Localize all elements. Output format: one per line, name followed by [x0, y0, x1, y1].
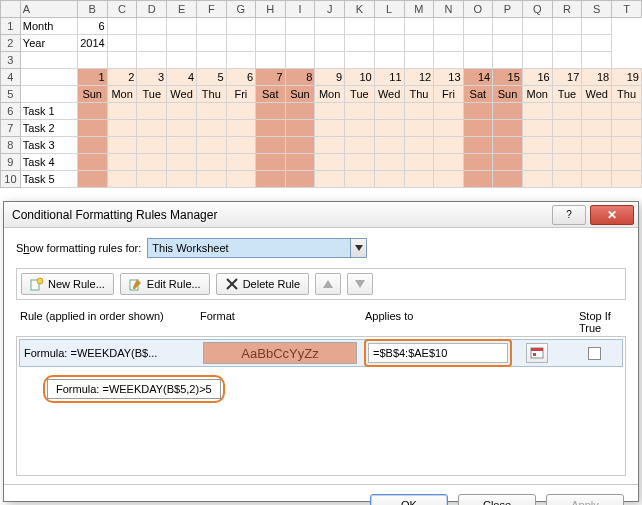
cell[interactable]	[582, 137, 612, 154]
cell[interactable]: Month	[20, 18, 77, 35]
row-header[interactable]: 1	[1, 18, 21, 35]
cell[interactable]	[552, 120, 582, 137]
row-header[interactable]: 10	[1, 171, 21, 188]
cell[interactable]: Tue	[345, 86, 375, 103]
cell[interactable]	[522, 154, 552, 171]
cell[interactable]: Fri	[226, 86, 255, 103]
cell[interactable]	[197, 137, 227, 154]
cell[interactable]: Sat	[463, 86, 493, 103]
cell[interactable]: Fri	[434, 86, 463, 103]
cell[interactable]	[522, 137, 552, 154]
cell[interactable]: 18	[582, 69, 612, 86]
cell[interactable]	[107, 103, 137, 120]
cell[interactable]	[522, 103, 552, 120]
cell[interactable]: 11	[374, 69, 404, 86]
row-header[interactable]: 7	[1, 120, 21, 137]
row-header[interactable]: 9	[1, 154, 21, 171]
col-header[interactable]: P	[493, 1, 523, 18]
chevron-down-icon[interactable]	[350, 239, 366, 257]
cell[interactable]	[167, 120, 197, 137]
row-header[interactable]: 4	[1, 69, 21, 86]
cell[interactable]	[285, 171, 315, 188]
cell[interactable]	[137, 154, 167, 171]
cell[interactable]	[434, 154, 463, 171]
cell[interactable]: 8	[285, 69, 315, 86]
cell[interactable]: Task 1	[20, 103, 77, 120]
cell[interactable]: 7	[256, 69, 286, 86]
cell[interactable]	[167, 103, 197, 120]
cell[interactable]	[137, 103, 167, 120]
cell[interactable]	[582, 103, 612, 120]
col-header[interactable]: Q	[522, 1, 552, 18]
col-header[interactable]: H	[256, 1, 286, 18]
cell[interactable]	[226, 171, 255, 188]
col-header[interactable]: E	[167, 1, 197, 18]
scope-combo[interactable]: This Worksheet	[147, 238, 367, 258]
cell[interactable]	[552, 137, 582, 154]
close-button[interactable]: Close	[458, 494, 536, 506]
col-header[interactable]: N	[434, 1, 463, 18]
cell[interactable]: 16	[522, 69, 552, 86]
cell[interactable]	[137, 120, 167, 137]
cell[interactable]: Sun	[285, 86, 315, 103]
cell[interactable]	[77, 171, 107, 188]
cell[interactable]: Sun	[493, 86, 523, 103]
cell[interactable]	[197, 171, 227, 188]
cell[interactable]: 6	[226, 69, 255, 86]
cell[interactable]: Task 3	[20, 137, 77, 154]
cell[interactable]	[522, 120, 552, 137]
col-header[interactable]: B	[77, 1, 107, 18]
cell[interactable]	[256, 103, 286, 120]
rules-list[interactable]: Formula: =WEEKDAY(B$... AaBbCcYyZz =$B$4…	[16, 336, 626, 476]
cell[interactable]	[582, 171, 612, 188]
cell[interactable]: Task 5	[20, 171, 77, 188]
cell[interactable]	[612, 154, 642, 171]
cell[interactable]	[345, 137, 375, 154]
cell[interactable]	[107, 120, 137, 137]
col-header[interactable]: K	[345, 1, 375, 18]
cell[interactable]: Wed	[374, 86, 404, 103]
cell[interactable]	[493, 171, 523, 188]
cell[interactable]: 2	[107, 69, 137, 86]
move-down-button[interactable]	[347, 273, 373, 295]
cell[interactable]	[107, 137, 137, 154]
cell[interactable]	[107, 154, 137, 171]
ok-button[interactable]: OK	[370, 494, 448, 506]
col-header[interactable]: C	[107, 1, 137, 18]
cell[interactable]: 17	[552, 69, 582, 86]
cell[interactable]	[522, 171, 552, 188]
cell[interactable]	[226, 103, 255, 120]
cell[interactable]	[582, 120, 612, 137]
cell[interactable]: Mon	[315, 86, 345, 103]
cell[interactable]	[374, 154, 404, 171]
cell[interactable]	[315, 137, 345, 154]
cell[interactable]	[552, 154, 582, 171]
row-header[interactable]: 2	[1, 35, 21, 52]
cell[interactable]	[315, 103, 345, 120]
cell[interactable]: 14	[463, 69, 493, 86]
cell[interactable]	[374, 120, 404, 137]
cell[interactable]: 12	[404, 69, 434, 86]
cell[interactable]: Task 4	[20, 154, 77, 171]
cell[interactable]: 5	[197, 69, 227, 86]
cell[interactable]	[463, 103, 493, 120]
select-all-corner[interactable]	[1, 1, 21, 18]
cell[interactable]: 13	[434, 69, 463, 86]
cell[interactable]: Year	[20, 35, 77, 52]
cell[interactable]	[493, 120, 523, 137]
grid[interactable]: A B C D E F G H I J K L M N O P Q R S T …	[0, 0, 642, 188]
cell[interactable]	[226, 120, 255, 137]
rule-row[interactable]: Formula: =WEEKDAY(B$... AaBbCcYyZz =$B$4…	[19, 339, 623, 367]
cell[interactable]	[285, 137, 315, 154]
cell[interactable]: 10	[345, 69, 375, 86]
move-up-button[interactable]	[315, 273, 341, 295]
cell[interactable]: Thu	[197, 86, 227, 103]
cell[interactable]	[612, 120, 642, 137]
cell[interactable]	[226, 137, 255, 154]
cell[interactable]	[582, 154, 612, 171]
cell[interactable]	[463, 120, 493, 137]
cell[interactable]	[404, 120, 434, 137]
cell[interactable]	[345, 154, 375, 171]
cell[interactable]	[315, 154, 345, 171]
applies-to-input[interactable]: =$B$4:$AE$10	[368, 343, 508, 363]
